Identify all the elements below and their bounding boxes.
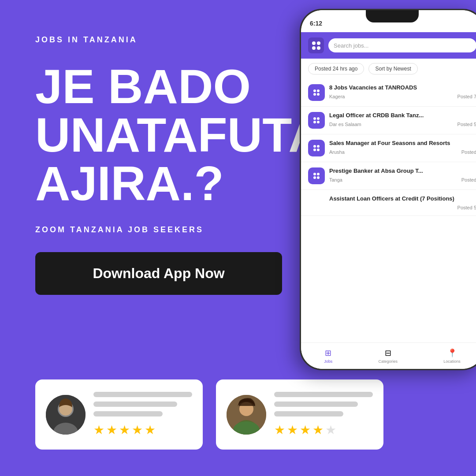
job-posted: Posted [461, 177, 476, 182]
job-title: 8 Jobs Vacancies at TANROADS [329, 84, 476, 92]
app-header: Search jobs... [301, 32, 476, 59]
job-info: Prestige Banker at Absa Group T... Tanga… [329, 167, 476, 182]
job-meta: Tanga Posted [329, 177, 476, 182]
job-title: Prestige Banker at Absa Group T... [329, 167, 476, 175]
job-location: Kagera [329, 94, 345, 99]
card-content-1: ★ ★ ★ ★ ★ [93, 392, 192, 437]
nav-categories-label: Categories [378, 359, 398, 364]
star-icon: ★ [93, 423, 104, 437]
job-location: Arusha [329, 149, 345, 155]
avatar-female [227, 395, 266, 435]
job-icon [308, 167, 325, 184]
job-item-1[interactable]: 8 Jobs Vacancies at TANROADS Kagera Post… [301, 79, 476, 107]
job-icon-dots [313, 117, 320, 123]
job-info: Assistant Loan Officers at Credit (7 Pos… [308, 195, 476, 210]
star-icon: ★ [132, 423, 143, 437]
download-button[interactable]: Download App Now [35, 252, 282, 295]
status-time: 6:12 [310, 20, 322, 27]
review-card-2: ★ ★ ★ ★ ★ [216, 379, 383, 450]
app-logo [308, 37, 324, 53]
job-info: Legal Officer at CRDB Bank Tanz... Dar e… [329, 112, 476, 127]
job-location: Tanga [329, 177, 342, 182]
job-icon [308, 140, 325, 156]
review-cards: ★ ★ ★ ★ ★ [35, 379, 383, 450]
bottom-nav: ⊞ Jobs ⊟ Categories 📍 Locations [301, 342, 476, 369]
phone-screen: 6:12 Search jobs... Posted 2 [301, 10, 476, 369]
job-meta: Kagera Posted 7 [329, 94, 476, 99]
card-content-2: ★ ★ ★ ★ ★ [274, 392, 373, 437]
job-item-header: Sales Manager at Four Seasons and Resort… [308, 140, 476, 156]
star-icon: ★ [325, 423, 336, 437]
jobs-icon: ⊞ [325, 348, 331, 358]
job-title: Legal Officer at CRDB Bank Tanz... [329, 112, 476, 119]
nav-locations-label: Locations [443, 359, 461, 364]
search-bar[interactable]: Search jobs... [328, 38, 476, 52]
jobs-list: 8 Jobs Vacancies at TANROADS Kagera Post… [301, 79, 476, 216]
job-icon [308, 84, 325, 101]
phone-notch [366, 10, 419, 22]
logo-dot [317, 46, 320, 50]
search-placeholder: Search jobs... [334, 42, 369, 49]
job-item-header: Legal Officer at CRDB Bank Tanz... Dar e… [308, 112, 476, 129]
phone-mockup: 6:12 Search jobs... Posted 2 [300, 9, 476, 370]
text-line [274, 402, 358, 407]
job-item-header: Prestige Banker at Absa Group T... Tanga… [308, 167, 476, 184]
job-meta: Posted 5 [329, 205, 476, 210]
logo-dot [312, 41, 316, 45]
job-item-5[interactable]: Assistant Loan Officers at Credit (7 Pos… [301, 190, 476, 216]
job-location: Dar es Salaam [329, 122, 361, 127]
review-card-1: ★ ★ ★ ★ ★ [35, 379, 203, 450]
job-posted: Posted [461, 149, 476, 155]
job-item-header: 8 Jobs Vacancies at TANROADS Kagera Post… [308, 84, 476, 101]
job-icon-dots [313, 173, 320, 179]
star-icon: ★ [300, 423, 311, 437]
text-line [93, 411, 163, 416]
star-icon: ★ [145, 423, 156, 437]
star-icon: ★ [312, 423, 324, 437]
star-icon: ★ [119, 423, 130, 437]
avatar-male [46, 395, 86, 435]
text-line [274, 411, 343, 416]
locations-icon: 📍 [447, 348, 457, 358]
logo-dots [312, 41, 320, 50]
job-icon [308, 112, 325, 129]
star-icon: ★ [287, 423, 298, 437]
job-info: Sales Manager at Four Seasons and Resort… [329, 140, 476, 155]
filter-row: Posted 24 hrs ago Sort by Newest [301, 59, 476, 79]
nav-categories[interactable]: ⊟ Categories [378, 348, 398, 364]
stars-1: ★ ★ ★ ★ ★ [93, 423, 192, 437]
subtitle-top: JOBS IN TANZANIA [35, 35, 273, 45]
stars-2: ★ ★ ★ ★ ★ [274, 423, 373, 437]
nav-jobs[interactable]: ⊞ Jobs [324, 348, 332, 364]
tagline: ZOOM TANZANIA JOB SEEKERS [35, 225, 273, 234]
text-line [93, 392, 192, 397]
star-icon: ★ [106, 423, 117, 437]
job-posted: Posted 7 [457, 94, 476, 99]
job-meta: Dar es Salaam Posted 5 [329, 122, 476, 127]
star-icon: ★ [274, 423, 285, 437]
job-title: Sales Manager at Four Seasons and Resort… [329, 140, 476, 147]
nav-locations[interactable]: 📍 Locations [443, 348, 461, 364]
text-line [93, 402, 177, 407]
job-posted: Posted 5 [457, 122, 476, 127]
job-icon-dots [313, 145, 320, 151]
logo-dot [312, 46, 316, 50]
logo-dot [317, 41, 320, 45]
hero-title: JE BADO UNATAFUTA AJIRA.? [35, 62, 273, 208]
job-item-3[interactable]: Sales Manager at Four Seasons and Resort… [301, 134, 476, 162]
job-title: Assistant Loan Officers at Credit (7 Pos… [329, 195, 476, 203]
job-posted: Posted 5 [457, 205, 476, 210]
filter-posted[interactable]: Posted 24 hrs ago [308, 63, 364, 74]
job-item-2[interactable]: Legal Officer at CRDB Bank Tanz... Dar e… [301, 107, 476, 134]
job-icon-dots [313, 89, 320, 96]
job-info: 8 Jobs Vacancies at TANROADS Kagera Post… [329, 84, 476, 99]
main-container: JOBS IN TANZANIA JE BADO UNATAFUTA AJIRA… [0, 0, 476, 476]
job-meta: Arusha Posted [329, 149, 476, 155]
filter-sort[interactable]: Sort by Newest [368, 63, 417, 74]
nav-jobs-label: Jobs [324, 359, 332, 364]
text-line [274, 392, 373, 397]
job-item-4[interactable]: Prestige Banker at Absa Group T... Tanga… [301, 162, 476, 190]
job-item-header: Assistant Loan Officers at Credit (7 Pos… [308, 195, 476, 210]
categories-icon: ⊟ [385, 348, 391, 358]
